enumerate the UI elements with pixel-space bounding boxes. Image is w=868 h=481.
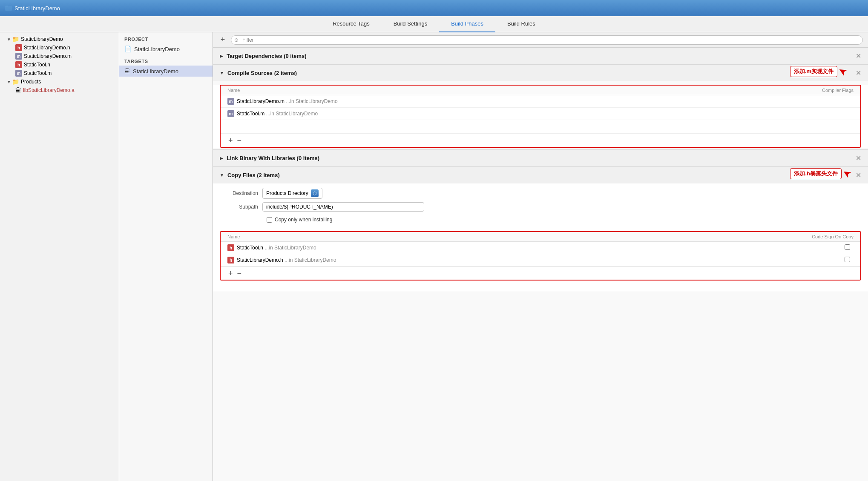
h-file-badge: h xyxy=(15,44,22,51)
filter-search-icon: ⊙ xyxy=(234,37,239,43)
compile-file-name-2: StaticTool.m ...in StaticLibraryDemo xyxy=(237,111,318,117)
project-file-icon: 📄 xyxy=(124,46,132,52)
tree-label-m1: StaticLibraryDemo.m xyxy=(24,53,72,59)
compile-file-cell-2: m StaticTool.m ...in StaticLibraryDemo xyxy=(221,108,690,120)
add-phase-button[interactable]: + xyxy=(218,35,227,45)
copy-file-cell-2: h StaticLibraryDemo.h ...in StaticLibrar… xyxy=(221,254,661,266)
tree-label-h2: StaticTool.h xyxy=(24,62,50,68)
tree-item-m2[interactable]: m StaticTool.m xyxy=(0,69,119,77)
arrow-icon: ▼ xyxy=(7,37,12,42)
subpath-label: Subpath xyxy=(220,204,262,210)
copy-sign-2 xyxy=(661,254,860,266)
tree-item-root[interactable]: ▼ 📁 StaticLibraryDemo xyxy=(0,35,119,43)
destination-control: Products Directory ⬡ xyxy=(262,188,322,199)
compile-sources-table-wrapper: Name Compiler Flags m StaticLibraryDemo.… xyxy=(220,85,861,148)
phase-header-compile[interactable]: ▼ Compile Sources (2 items) ✕ xyxy=(213,65,868,81)
compile-file-name-1: StaticLibraryDemo.m ...in StaticLibraryD… xyxy=(237,98,338,104)
destination-row: Destination Products Directory ⬡ xyxy=(220,188,861,199)
compile-add-button[interactable]: + xyxy=(227,137,234,144)
panel-target-label: StaticLibraryDemo xyxy=(133,68,178,74)
tree-item-m1[interactable]: m StaticLibraryDemo.m xyxy=(0,52,119,60)
panel-target-item[interactable]: 🏛 StaticLibraryDemo xyxy=(119,66,213,77)
project-section-title: PROJECT xyxy=(119,32,213,43)
folder-icon: 📁 xyxy=(12,36,19,43)
phase-arrow-target-deps: ▶ xyxy=(220,54,223,58)
phase-link-binary: ▶ Link Binary With Libraries (0 items) ✕ xyxy=(213,150,868,167)
tree-item-products[interactable]: ▼ 📁 Products xyxy=(0,77,119,86)
tab-build-rules[interactable]: Build Rules xyxy=(495,16,547,32)
content-toolbar: + ⊙ xyxy=(213,32,868,48)
panel-project-item[interactable]: 📄 StaticLibraryDemo xyxy=(119,43,213,54)
compile-remove-button[interactable]: − xyxy=(236,137,243,144)
tree-item-h2[interactable]: h StaticTool.h xyxy=(0,60,119,69)
compile-flags-1 xyxy=(690,95,860,108)
phase-copy-files: ▼ Copy Files (2 items) ✕ 添加.h暴露头文件 ➤ Des… xyxy=(213,167,868,291)
phase-title-target-deps: Target Dependencies (0 items) xyxy=(227,53,856,59)
copy-only-checkbox[interactable] xyxy=(267,217,272,223)
h-badge-copy-1: h xyxy=(227,244,234,251)
destination-label: Destination xyxy=(220,190,262,196)
phase-close-target-deps[interactable]: ✕ xyxy=(856,52,861,60)
phase-arrow-compile: ▼ xyxy=(220,71,224,75)
content-area: + ⊙ ▶ Target Dependencies (0 items) ✕ ▼ … xyxy=(213,32,868,481)
compile-file-cell-1: m StaticLibraryDemo.m ...in StaticLibrar… xyxy=(221,95,690,108)
file-tree-panel: ▼ 📁 StaticLibraryDemo h StaticLibraryDem… xyxy=(0,32,119,481)
copy-sign-checkbox-2[interactable] xyxy=(845,257,850,262)
tree-item-h1[interactable]: h StaticLibraryDemo.h xyxy=(0,43,119,52)
copy-add-remove-bar: + − xyxy=(221,266,860,280)
phase-close-link[interactable]: ✕ xyxy=(856,154,861,162)
phase-header-target-deps[interactable]: ▶ Target Dependencies (0 items) ✕ xyxy=(213,48,868,64)
phase-compile-sources: ▼ Compile Sources (2 items) ✕ 添加.m实现文件 ➤… xyxy=(213,65,868,150)
copy-sign-1 xyxy=(661,242,860,254)
phase-close-compile[interactable]: ✕ xyxy=(856,69,861,77)
phase-header-link[interactable]: ▶ Link Binary With Libraries (0 items) ✕ xyxy=(213,150,868,166)
copy-remove-button[interactable]: − xyxy=(236,269,243,277)
table-row[interactable]: h StaticTool.h ...in StaticLibraryDemo xyxy=(221,242,860,254)
copy-files-form: Destination Products Directory ⬡ Subpath xyxy=(213,183,868,231)
svg-rect-1 xyxy=(5,6,8,7)
subpath-input[interactable] xyxy=(262,202,424,212)
tree-item-lib[interactable]: 🏛 libStaticLibraryDemo.a xyxy=(0,86,119,94)
copy-file-name-1: StaticTool.h ...in StaticLibraryDemo xyxy=(237,245,316,251)
table-row-spacer xyxy=(221,120,860,134)
filter-input[interactable] xyxy=(231,35,863,45)
m-badge-2: m xyxy=(227,110,234,117)
tab-resource-tags[interactable]: Resource Tags xyxy=(321,16,381,32)
m-file-badge-2: m xyxy=(15,70,22,77)
products-arrow-icon: ▼ xyxy=(7,80,12,84)
table-row[interactable]: m StaticLibraryDemo.m ...in StaticLibrar… xyxy=(221,95,860,108)
copy-only-label: Copy only when installing xyxy=(275,217,332,223)
tree-label-root: StaticLibraryDemo xyxy=(21,36,63,42)
subpath-control xyxy=(262,202,424,212)
table-row[interactable]: h StaticLibraryDemo.h ...in StaticLibrar… xyxy=(221,254,860,266)
tree-label-h1: StaticLibraryDemo.h xyxy=(24,45,70,51)
titlebar-title: StaticLibraryDemo xyxy=(14,5,60,11)
copy-sign-checkbox-1[interactable] xyxy=(845,244,850,250)
col-name: Name xyxy=(221,86,690,95)
destination-value: Products Directory xyxy=(266,190,308,196)
tab-build-phases[interactable]: Build Phases xyxy=(439,16,495,32)
target-icon: 🏛 xyxy=(124,68,130,74)
phase-close-copy[interactable]: ✕ xyxy=(856,171,861,179)
tree-label-m2: StaticTool.m xyxy=(24,70,52,76)
tree-label-products: Products xyxy=(21,79,41,85)
h-badge-copy-2: h xyxy=(227,257,234,263)
filter-wrapper: ⊙ xyxy=(231,35,863,45)
phase-arrow-copy: ▼ xyxy=(220,173,224,178)
subpath-row: Subpath xyxy=(220,202,861,212)
table-row[interactable]: m StaticTool.m ...in StaticLibraryDemo xyxy=(221,108,860,120)
destination-dropdown[interactable]: Products Directory ⬡ xyxy=(262,188,322,199)
phase-header-copy[interactable]: ▼ Copy Files (2 items) ✕ xyxy=(213,167,868,183)
m-badge-1: m xyxy=(227,98,234,105)
copy-add-button[interactable]: + xyxy=(227,269,234,277)
copy-files-content: 添加.h暴露头文件 ➤ Destination Products Directo… xyxy=(213,183,868,291)
compile-add-remove-bar: + − xyxy=(221,134,860,147)
phase-target-dependencies: ▶ Target Dependencies (0 items) ✕ xyxy=(213,48,868,65)
lib-icon: 🏛 xyxy=(15,87,21,94)
compile-flags-2 xyxy=(690,108,860,120)
tree-label-lib: libStaticLibraryDemo.a xyxy=(23,87,75,93)
copy-col-name: Name xyxy=(221,232,661,242)
tab-build-settings[interactable]: Build Settings xyxy=(382,16,440,32)
phase-title-copy: Copy Files (2 items) xyxy=(227,172,856,178)
project-targets-panel: PROJECT 📄 StaticLibraryDemo TARGETS 🏛 St… xyxy=(119,32,213,481)
